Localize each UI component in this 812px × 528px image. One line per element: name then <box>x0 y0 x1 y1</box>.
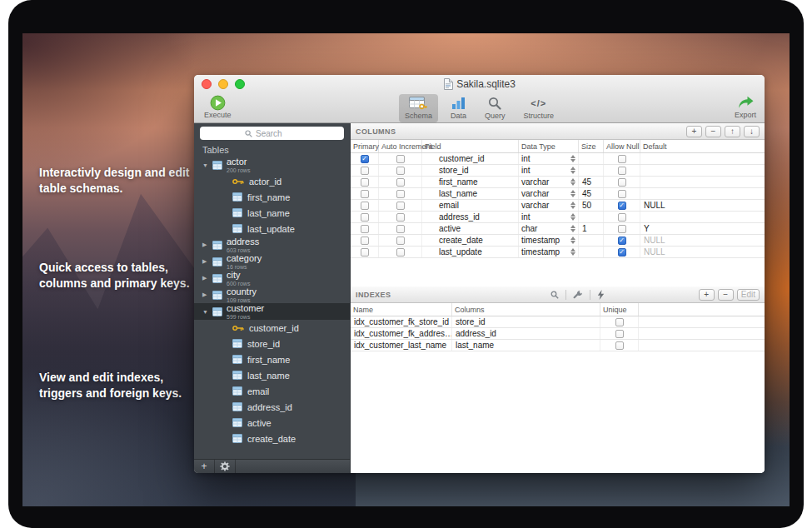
chevron-right-icon[interactable]: ▶ <box>202 275 212 281</box>
data-type-stepper[interactable] <box>570 190 575 197</box>
field-name[interactable]: last_update <box>422 247 519 257</box>
search-field[interactable] <box>200 127 344 140</box>
auto-increment-checkbox[interactable] <box>396 155 405 163</box>
index-row-idx-customer-fk-store-id[interactable]: idx_customer_fk_store_idstore_id <box>351 316 765 328</box>
default-cell[interactable] <box>640 153 765 164</box>
column-row-address-id[interactable]: address_idint <box>351 212 765 223</box>
primary-checkbox[interactable] <box>361 178 369 187</box>
tree-column-customer-last-name[interactable]: last_name <box>194 367 350 383</box>
data-type-stepper[interactable] <box>570 237 575 244</box>
data-type-stepper[interactable] <box>570 167 575 174</box>
data-type-stepper[interactable] <box>570 202 575 209</box>
data-type-cell[interactable]: varchar <box>519 200 579 211</box>
index-name[interactable]: idx_customer_fk_addres… <box>351 328 452 339</box>
data-type-stepper[interactable] <box>570 248 575 256</box>
data-type-cell[interactable]: int <box>519 165 579 176</box>
column-row-active[interactable]: activechar1Y <box>351 223 765 235</box>
allow-null-checkbox[interactable] <box>618 155 626 163</box>
default-cell[interactable] <box>640 177 765 187</box>
allow-null-checkbox[interactable]: ✓ <box>618 237 626 245</box>
primary-checkbox[interactable] <box>361 202 369 210</box>
default-cell[interactable] <box>640 212 765 222</box>
edit-index-button[interactable]: Edit <box>737 289 760 301</box>
field-name[interactable]: active <box>422 223 519 234</box>
primary-checkbox[interactable]: ✓ <box>361 155 369 163</box>
search-icon[interactable] <box>544 290 565 300</box>
allow-null-checkbox[interactable] <box>618 213 626 222</box>
minimize-button[interactable] <box>218 79 228 89</box>
default-cell[interactable]: NULL <box>640 200 765 211</box>
auto-increment-checkbox[interactable] <box>396 202 405 210</box>
field-name[interactable]: last_name <box>422 188 519 199</box>
auto-increment-checkbox[interactable] <box>396 167 405 175</box>
tree-table-city[interactable]: ▶city600 rows <box>194 270 350 286</box>
chevron-down-icon[interactable]: ▼ <box>202 162 212 168</box>
index-columns[interactable]: last_name <box>452 340 600 351</box>
index-columns[interactable]: store_id <box>452 316 600 327</box>
column-row-customer-id[interactable]: ✓customer_idint <box>351 153 765 165</box>
column-row-create-date[interactable]: create_datetimestamp✓NULL <box>351 235 765 247</box>
toolbar-view-query[interactable]: Query <box>479 94 511 122</box>
auto-increment-checkbox[interactable] <box>396 237 405 245</box>
size-cell[interactable] <box>579 235 604 246</box>
unique-checkbox[interactable] <box>615 341 624 350</box>
index-row-idx-customer-last-name[interactable]: idx_customer_last_namelast_name <box>351 340 765 351</box>
size-cell[interactable]: 45 <box>579 177 604 187</box>
add-index-button[interactable]: + <box>699 289 715 301</box>
default-cell[interactable]: NULL <box>640 235 765 246</box>
primary-checkbox[interactable] <box>361 190 369 198</box>
field-name[interactable]: customer_id <box>422 153 519 164</box>
tree-column-customer-first-name[interactable]: first_name <box>194 351 350 367</box>
index-name[interactable]: idx_customer_fk_store_id <box>351 316 452 327</box>
auto-increment-checkbox[interactable] <box>396 190 405 198</box>
column-row-last-name[interactable]: last_namevarchar45 <box>351 188 765 200</box>
unique-checkbox[interactable] <box>615 318 624 326</box>
size-cell[interactable] <box>579 212 604 222</box>
auto-increment-checkbox[interactable] <box>396 213 405 222</box>
lightning-icon[interactable] <box>590 290 611 300</box>
field-name[interactable]: email <box>422 200 519 211</box>
tree-column-actor-actor-id[interactable]: actor_id <box>194 173 350 189</box>
data-type-cell[interactable]: timestamp <box>519 247 579 257</box>
toolbar-view-data[interactable]: Data <box>445 94 472 122</box>
allow-null-checkbox[interactable] <box>618 225 626 233</box>
chevron-down-icon[interactable]: ▼ <box>202 309 212 315</box>
data-type-cell[interactable]: int <box>519 212 579 222</box>
size-cell[interactable]: 50 <box>579 200 604 211</box>
remove-index-button[interactable]: − <box>718 289 734 301</box>
allow-null-checkbox[interactable] <box>618 190 626 198</box>
data-type-cell[interactable]: varchar <box>519 188 579 199</box>
primary-checkbox[interactable] <box>361 237 369 245</box>
field-name[interactable]: store_id <box>422 165 519 176</box>
titlebar[interactable]: Sakila.sqlite3 <box>194 75 765 93</box>
tree-column-customer-store-id[interactable]: store_id <box>194 336 350 351</box>
tree-column-actor-last-update[interactable]: last_update <box>194 221 350 237</box>
size-cell[interactable] <box>579 165 604 176</box>
column-row-last-update[interactable]: last_updatetimestamp✓NULL <box>351 247 765 258</box>
tree-table-customer[interactable]: ▼customer599 rows <box>194 303 350 320</box>
allow-null-checkbox[interactable]: ✓ <box>618 202 626 210</box>
allow-null-checkbox[interactable] <box>618 167 626 175</box>
add-table-button[interactable]: + <box>194 460 215 473</box>
move-column-up-button[interactable]: ↑ <box>725 126 740 137</box>
column-row-first-name[interactable]: first_namevarchar45 <box>351 177 765 188</box>
auto-increment-checkbox[interactable] <box>396 225 405 233</box>
settings-button[interactable] <box>215 460 236 473</box>
add-column-button[interactable]: + <box>686 126 702 137</box>
index-columns[interactable]: address_id <box>452 328 600 339</box>
export-button[interactable]: Export <box>735 94 756 119</box>
allow-null-checkbox[interactable]: ✓ <box>618 248 626 257</box>
data-type-cell[interactable]: int <box>519 153 579 164</box>
data-type-stepper[interactable] <box>570 213 575 221</box>
move-column-down-button[interactable]: ↓ <box>744 126 760 137</box>
default-cell[interactable] <box>640 188 765 199</box>
execute-button[interactable]: Execute <box>204 94 232 119</box>
tree-column-customer-address-id[interactable]: address_id <box>194 399 350 415</box>
tree-column-customer-create-date[interactable]: create_date <box>194 431 350 446</box>
toolbar-view-schema[interactable]: Schema <box>399 94 438 122</box>
zoom-button[interactable] <box>235 79 245 89</box>
auto-increment-checkbox[interactable] <box>396 248 405 257</box>
tree-column-customer-active[interactable]: active <box>194 415 350 431</box>
search-input[interactable] <box>256 129 299 138</box>
size-cell[interactable] <box>579 153 604 164</box>
